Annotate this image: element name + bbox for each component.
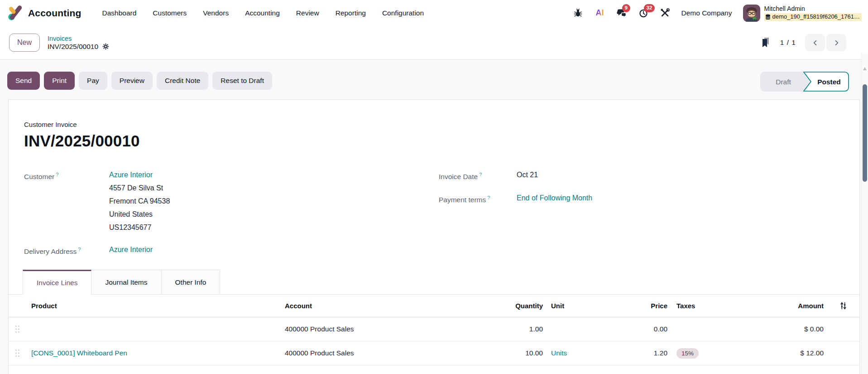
cell-quantity[interactable]: 1.00 (479, 325, 547, 333)
tab-invoice-lines[interactable]: Invoice Lines (23, 270, 91, 295)
address-line[interactable]: US12345677 (109, 221, 170, 234)
user-meta: Mitchell Admin demo_190_ff15819f6206_176… (764, 5, 862, 21)
cell-account[interactable]: 400000 Product Sales (279, 325, 479, 333)
pager: 1 / 1 (760, 34, 859, 51)
field-invoice-date: Invoice Date?Oct 21 (439, 168, 844, 183)
pay-button[interactable]: Pay (79, 72, 107, 90)
scroll-up-arrow[interactable] (863, 67, 867, 70)
tab-journal-items[interactable]: Journal Items (91, 270, 161, 294)
column-header-price: Price (596, 302, 671, 310)
field-link[interactable]: Azure Interior (109, 246, 153, 253)
field-link[interactable]: Azure Interior (109, 171, 153, 179)
cell-amount: $ 12.00 (768, 349, 827, 357)
address-line[interactable]: Fremont CA 94538 (109, 194, 170, 208)
invoice-line-row[interactable]: 400000 Product Sales1.000.00$ 0.00 (9, 317, 859, 341)
menu-item-dashboard[interactable]: Dashboard (102, 9, 137, 17)
state-posted: Posted (817, 78, 841, 86)
reset-to-draft-button[interactable]: Reset to Draft (212, 72, 272, 90)
field-value: Oct 21 (517, 168, 538, 181)
new-button[interactable]: New (9, 34, 40, 52)
state-widget[interactable]: Draft Posted (760, 72, 849, 93)
address-line[interactable]: 4557 De Silva St (109, 181, 170, 194)
user-menu[interactable]: Mitchell Admin demo_190_ff15819f6206_176… (743, 5, 862, 22)
company-switcher[interactable]: Demo Company (681, 9, 732, 17)
column-header-quantity: Quantity (479, 302, 547, 310)
cell-quantity[interactable]: 10.00 (479, 349, 547, 357)
field-customer: Customer?Azure Interior4557 De Silva StF… (24, 168, 439, 234)
cell-taxes[interactable]: 15% (671, 348, 768, 359)
field-delivery-address: Delivery Address?Azure Interior (24, 243, 439, 258)
invoice-lines-table: ProductAccountQuantityUnitPriceTaxesAmou… (9, 295, 859, 365)
unit-link[interactable]: Units (551, 349, 567, 357)
database-badge: demo_190_ff15819f6206_1761… (764, 13, 862, 21)
avatar (743, 5, 760, 22)
app-name[interactable]: Accounting (28, 8, 82, 19)
notebook-tabs: Invoice LinesJournal ItemsOther Info (9, 270, 859, 295)
app-switcher[interactable]: Accounting (7, 5, 82, 21)
app-window: Accounting DashboardCustomersVendorsAcco… (0, 0, 868, 374)
menu-item-accounting[interactable]: Accounting (245, 9, 280, 17)
field-link[interactable]: End of Following Month (517, 194, 592, 202)
scrollbar-thumb[interactable] (863, 84, 867, 182)
product-link[interactable]: [CONS_0001] Whiteboard Pen (31, 349, 127, 357)
vertical-scrollbar[interactable] (861, 53, 868, 374)
cell-price[interactable]: 1.20 (596, 349, 671, 357)
cell-product[interactable]: [CONS_0001] Whiteboard Pen (26, 349, 279, 357)
credit-note-button[interactable]: Credit Note (157, 72, 208, 90)
field-label: Payment terms? (439, 191, 517, 206)
right-fields: Invoice Date?Oct 21Payment terms?End of … (439, 168, 844, 258)
field-value: Azure Interior4557 De Silva StFremont CA… (109, 168, 170, 234)
left-fields: Customer?Azure Interior4557 De Silva StF… (24, 168, 439, 258)
send-button[interactable]: Send (7, 72, 40, 90)
menu-item-review[interactable]: Review (296, 9, 319, 17)
menu-item-reporting[interactable]: Reporting (336, 9, 366, 17)
navbar-menu: DashboardCustomersVendorsAccountingRevie… (102, 9, 424, 17)
preview-button[interactable]: Preview (111, 72, 153, 90)
tools-icon[interactable] (660, 8, 671, 19)
field-text[interactable]: Oct 21 (517, 171, 538, 179)
bookmark-icon[interactable] (760, 37, 771, 49)
drag-handle[interactable] (9, 325, 26, 333)
navbar-systray: AI 9 32 (573, 5, 862, 22)
database-name: demo_190_ff15819f6206_1761… (772, 14, 860, 20)
tax-badge[interactable]: 15% (676, 348, 699, 359)
field-group: Customer?Azure Interior4557 De Silva StF… (24, 168, 844, 258)
next-record-button[interactable] (826, 34, 846, 51)
address-line[interactable]: United States (109, 208, 170, 221)
help-icon: ? (78, 247, 81, 252)
breadcrumb-invoices-link[interactable]: Invoices (48, 35, 109, 42)
activities-clock-icon[interactable]: 32 (638, 8, 649, 19)
ai-icon[interactable]: AI (595, 8, 605, 19)
field-value: Azure Interior (109, 243, 153, 256)
column-header-amount: Amount (768, 302, 827, 310)
table-body: 400000 Product Sales1.000.00$ 0.00[CONS_… (9, 317, 859, 365)
menu-item-vendors[interactable]: Vendors (203, 9, 229, 17)
menu-item-configuration[interactable]: Configuration (382, 9, 424, 17)
previous-record-button[interactable] (805, 34, 825, 51)
column-header-product: Product (26, 302, 279, 310)
debug-bug-icon[interactable] (573, 8, 584, 19)
state-draft[interactable]: Draft (776, 78, 791, 86)
invoice-line-row[interactable]: [CONS_0001] Whiteboard Pen400000 Product… (9, 341, 859, 365)
drag-handle[interactable] (9, 349, 26, 357)
tab-other-info[interactable]: Other Info (162, 270, 221, 294)
activities-badge: 32 (644, 4, 655, 13)
field-value: End of Following Month (517, 191, 592, 204)
pager-count: 1 / 1 (780, 39, 796, 47)
chevron-right-icon (833, 39, 840, 46)
menu-item-customers[interactable]: Customers (153, 9, 187, 17)
help-icon: ? (479, 172, 482, 177)
record-actions-gear-icon[interactable] (102, 43, 109, 50)
database-icon (765, 14, 771, 20)
optional-columns-icon[interactable] (827, 301, 859, 310)
messages-icon[interactable]: 9 (616, 8, 627, 19)
cell-unit[interactable]: Units (547, 349, 596, 357)
cell-price[interactable]: 0.00 (596, 325, 671, 333)
top-navbar: Accounting DashboardCustomersVendorsAcco… (0, 0, 868, 26)
print-button[interactable]: Print (44, 72, 75, 90)
column-header-unit: Unit (547, 302, 596, 310)
help-icon: ? (487, 195, 490, 200)
invoice-number-title: INV/2025/00010 (24, 132, 844, 150)
control-panel: New Invoices INV/2025/00010 (0, 26, 868, 59)
cell-account[interactable]: 400000 Product Sales (279, 349, 479, 357)
